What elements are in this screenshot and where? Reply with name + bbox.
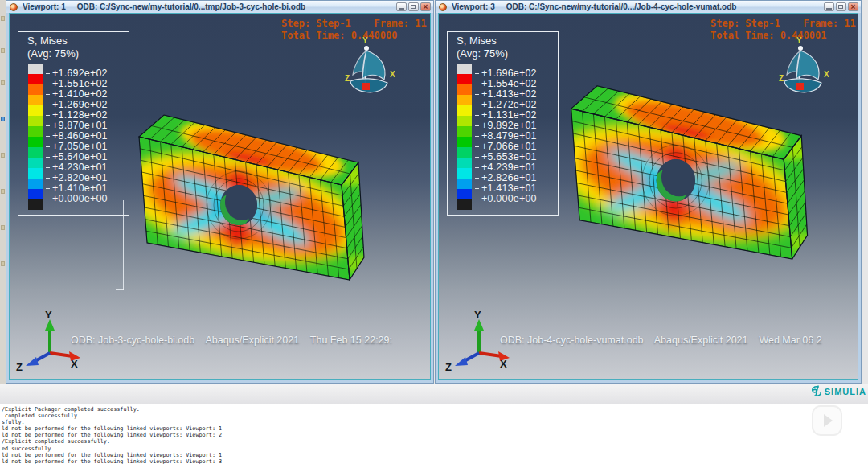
legend-labels: +1.692e+02 +1.551e+02 +1.410e+02 +1.269e… [46,64,108,204]
viewport-icon [10,3,18,11]
compass-x-label: X [824,70,829,79]
viewport-annotation-block: ODB: Job-4-cyc-hole-vumat.odb Abaqus/Exp… [500,314,858,380]
compass-y-label: Y [362,36,368,45]
close-button[interactable] [848,2,858,11]
legend-labels: +1.696e+02 +1.554e+02 +1.413e+02 +1.272e… [475,64,537,204]
abaqus-viewer: { "viewport1": { "titlebar": { "name": "… [0,0,868,464]
legend-color-scale [28,64,43,210]
message-area[interactable]: /Explicit Packager completed successfull… [0,404,868,464]
compass-z-label: Z [345,74,350,83]
message-line: /Explicit Packager completed successfull… [2,406,868,413]
message-line: ld not be performed for the following li… [2,432,868,438]
status-strip: SIMULIA [0,384,868,404]
legend-subtitle: (Avg: 75%) [457,47,508,60]
viewport1-canvas[interactable]: S, Mises (Avg: 75%) +1.692e+02 +1.551e+0… [9,13,431,380]
viewport1-titlebar[interactable]: Viewport: 1 ODB: C:/Sync-new/my-tutorial… [6,1,433,13]
toolbar-icon-active[interactable] [1,117,5,121]
triad-z-label: Z [16,361,23,372]
dassault-3ds-icon [810,385,823,397]
toolbar-icon[interactable] [1,153,5,158]
message-line: ld not be performed for the following li… [2,425,868,432]
view-compass[interactable]: Y Z X [341,35,411,109]
toolbar-icon[interactable] [1,189,5,194]
background-window-edge [116,289,124,290]
viewport3-titlebar[interactable]: Viewport: 3 ODB: C:/Sync-new/my-tutorial… [436,1,861,13]
toolbar-icon[interactable] [1,16,5,21]
compass-center-handle[interactable] [362,83,370,90]
play-icon [824,414,833,427]
viewport1-odb-path: ODB: C:/Sync-new/my-tutorial/0...tmp/Job… [77,2,305,11]
legend-title: S, Mises [27,35,68,47]
toolbar-icon[interactable] [1,48,5,53]
contour-legend: S, Mises (Avg: 75%) +1.696e+02 +1.554e+0… [447,31,559,216]
toolbar-icon[interactable] [1,225,5,230]
compass-center-handle[interactable] [796,83,804,90]
simulia-logo-text: SIMULIA [825,387,866,396]
legend-color-scale [457,64,472,210]
message-line: ld not be performed for the following li… [2,458,868,464]
message-line: /Explicit completed successfully. [2,438,868,445]
odb-summary-line: ODB: Job-4-cyc-hole-vumat.odb Abaqus/Exp… [500,335,858,347]
compass-z-label: Z [779,74,784,83]
message-line: sfully. [2,419,868,425]
compass-x-label: X [390,70,395,79]
contour-legend: S, Mises (Avg: 75%) +1.692e+02 +1.551e+0… [18,31,129,216]
triad-y-label: Y [474,309,481,321]
play-overlay-watermark[interactable] [813,407,841,434]
viewport3-canvas[interactable]: S, Mises (Avg: 75%) +1.696e+02 +1.554e+0… [438,13,858,380]
viewport3-odb-path: ODB: C:/Sync-new/my-tutorial/0.../Job-4-… [506,2,737,11]
message-line: completed successfully. [2,413,868,419]
legend-subtitle: (Avg: 75%) [27,47,79,60]
odb-summary-line: ODB: Job-3-cyc-hole-bi.odb Abaqus/Explic… [71,335,430,347]
message-line: ed successfully. [2,446,868,452]
viewport-window-1: Viewport: 1 ODB: C:/Sync-new/my-tutorial… [6,0,434,384]
toolbar-icon[interactable] [1,80,5,85]
compass-y-label: Y [796,36,802,45]
step-frame-line: Step: Step-1 Frame: 11 [710,18,856,30]
viewport3-title: Viewport: 3 [452,2,495,11]
viewport1-title: Viewport: 1 [23,2,66,11]
compass-top-dot [364,46,369,51]
toolbar-icon[interactable] [1,261,5,266]
viewport-icon [439,3,447,11]
fea-model-plate-with-hole[interactable] [129,103,371,296]
close-button[interactable] [420,2,431,11]
viewport-annotation-block: ODB: Job-3-cyc-hole-bi.odb Abaqus/Explic… [71,314,430,380]
compass-top-dot [798,46,803,51]
legend-title: S, Mises [457,35,497,47]
restore-button[interactable] [408,2,419,11]
minimize-button[interactable] [396,2,407,11]
triad-y-label: Y [45,309,52,321]
simulia-logo: SIMULIA [810,385,866,397]
view-compass[interactable]: Y Z X [775,35,845,109]
message-line: ld not be performed for the following li… [2,452,868,458]
step-frame-line: Step: Step-1 Frame: 11 [281,18,427,30]
viewport-window-3: Viewport: 3 ODB: C:/Sync-new/my-tutorial… [435,0,862,384]
restore-button[interactable] [836,2,846,11]
minimize-button[interactable] [824,2,834,11]
triad-z-label: Z [445,361,452,372]
legend-value: +0.000e+00 [475,194,537,204]
legend-value: +0.000e+00 [46,194,108,204]
